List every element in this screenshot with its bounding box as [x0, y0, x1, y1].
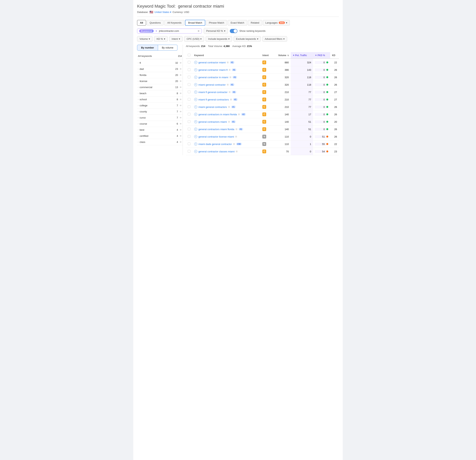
- add-keyword-button[interactable]: +: [194, 128, 197, 131]
- eye-icon[interactable]: 👁: [179, 110, 182, 113]
- row-checkbox-cell[interactable]: [186, 66, 192, 74]
- sidebar-item[interactable]: › class 4 👁: [137, 139, 183, 145]
- sidebar-item[interactable]: › best 4 👁: [137, 127, 183, 133]
- kd-filter[interactable]: KD % ▾: [154, 36, 168, 42]
- keyword-link[interactable]: miami general contractors: [198, 106, 227, 108]
- select-all-checkbox[interactable]: [188, 54, 190, 56]
- kd-dropdown[interactable]: Personal KD % ▾: [204, 28, 228, 34]
- advanced-filters[interactable]: Advanced filters ▾: [262, 36, 287, 42]
- row-checkbox-cell[interactable]: [186, 89, 192, 96]
- languages-dropdown[interactable]: Languages beta ▾: [263, 20, 290, 25]
- sidebar-item[interactable]: › county 7 👁: [137, 109, 183, 115]
- add-keyword-button[interactable]: +: [194, 68, 197, 71]
- eye-icon[interactable]: 👁: [179, 104, 182, 107]
- eye-icon[interactable]: 👁: [179, 123, 182, 125]
- row-checkbox[interactable]: [188, 113, 190, 115]
- add-keyword-button[interactable]: +: [194, 142, 197, 146]
- row-checkbox[interactable]: [188, 83, 190, 86]
- eye-icon[interactable]: 👁: [179, 98, 182, 101]
- sidebar-item[interactable]: › commercial 13 👁: [137, 84, 183, 90]
- keyword-link[interactable]: general contractors miami: [198, 120, 227, 123]
- eye-icon[interactable]: 👁: [179, 80, 182, 82]
- tab-related[interactable]: Related: [248, 20, 262, 25]
- row-checkbox[interactable]: [188, 128, 190, 130]
- row-checkbox[interactable]: [188, 68, 190, 71]
- row-checkbox[interactable]: [188, 135, 190, 138]
- row-checkbox-cell[interactable]: [186, 103, 192, 111]
- eye-icon[interactable]: 👁: [179, 92, 182, 95]
- keyword-link[interactable]: general contractor miami: [198, 61, 226, 64]
- sidebar-item[interactable]: › florida 20 👁: [137, 72, 183, 78]
- row-checkbox[interactable]: [188, 76, 190, 78]
- keyword-link[interactable]: miami fl general contractors: [198, 98, 229, 101]
- intent-filter[interactable]: Intent ▾: [169, 36, 183, 42]
- row-checkbox-cell[interactable]: [186, 111, 192, 118]
- add-keyword-button[interactable]: +: [194, 150, 197, 153]
- keyword-link[interactable]: miami dade general contractor: [198, 143, 232, 146]
- column-volume[interactable]: Volume ⇅: [273, 52, 290, 59]
- ai-search-input[interactable]: AI-powered ✦ ✕: [137, 29, 202, 33]
- keyword-link[interactable]: general contractor classes miami: [198, 150, 235, 153]
- eye-icon[interactable]: 👁: [179, 135, 182, 137]
- sidebar-item[interactable]: › dad 23 👁: [137, 66, 183, 72]
- sidebar-item[interactable]: › license 20 👁: [137, 78, 183, 84]
- row-checkbox[interactable]: [188, 120, 190, 123]
- cpc-filter[interactable]: CPC (USD) ▾: [184, 36, 204, 42]
- row-checkbox-cell[interactable]: [186, 133, 192, 140]
- keyword-link[interactable]: general contractors in miami florida: [198, 113, 237, 116]
- row-checkbox-cell[interactable]: [186, 96, 192, 103]
- eye-icon[interactable]: 👁: [179, 62, 182, 64]
- tab-all[interactable]: All: [137, 20, 146, 25]
- add-keyword-button[interactable]: +: [194, 135, 197, 138]
- eye-icon[interactable]: 👁: [179, 86, 182, 89]
- exclude-keywords-filter[interactable]: Exclude keywords ▾: [234, 36, 261, 42]
- eye-icon[interactable]: 👁: [179, 116, 182, 119]
- by-volume-button[interactable]: By volume: [158, 45, 178, 51]
- volume-filter[interactable]: Volume ▾: [137, 36, 153, 42]
- keyword-link[interactable]: general contractors miami florida: [198, 128, 234, 131]
- eye-icon[interactable]: 👁: [179, 68, 182, 70]
- row-checkbox[interactable]: [188, 142, 190, 145]
- keyword-link[interactable]: general contractor in miami: [198, 76, 228, 79]
- by-number-button[interactable]: By number: [137, 45, 158, 51]
- keyword-link[interactable]: miami fl general contractor: [198, 91, 228, 94]
- sidebar-item[interactable]: › school 8 👁: [137, 97, 183, 103]
- row-checkbox[interactable]: [188, 98, 190, 101]
- domain-input[interactable]: [159, 30, 196, 32]
- keyword-link[interactable]: general contractor license miami: [198, 135, 234, 138]
- sidebar-item[interactable]: › fl 32 👁: [137, 60, 183, 66]
- row-checkbox-cell[interactable]: [186, 140, 192, 148]
- add-keyword-button[interactable]: +: [194, 98, 197, 101]
- row-checkbox[interactable]: [188, 150, 190, 153]
- add-keyword-button[interactable]: +: [194, 113, 197, 116]
- eye-icon[interactable]: 👁: [179, 129, 182, 131]
- ranking-keywords-toggle[interactable]: [230, 29, 238, 33]
- sidebar-item[interactable]: › curso 7 👁: [137, 115, 183, 121]
- add-keyword-button[interactable]: +: [194, 76, 197, 79]
- add-keyword-button[interactable]: +: [194, 120, 197, 123]
- eye-icon[interactable]: 👁: [179, 141, 182, 143]
- row-checkbox-cell[interactable]: [186, 118, 192, 126]
- keyword-link[interactable]: general contractor miami fl: [198, 68, 228, 71]
- keyword-link[interactable]: miami general contractor: [198, 83, 226, 86]
- country-dropdown[interactable]: United States ▾: [154, 11, 171, 14]
- tab-all-keywords[interactable]: All Keywords: [164, 20, 184, 25]
- sidebar-item[interactable]: › college 7 👁: [137, 103, 183, 109]
- include-keywords-filter[interactable]: Include keywords ▾: [206, 36, 232, 42]
- row-checkbox-cell[interactable]: [186, 59, 192, 66]
- row-checkbox[interactable]: [188, 105, 190, 108]
- row-checkbox-cell[interactable]: [186, 126, 192, 133]
- tab-broad-match[interactable]: Broad Match: [185, 20, 205, 26]
- add-keyword-button[interactable]: +: [194, 105, 197, 108]
- add-keyword-button[interactable]: +: [194, 83, 197, 86]
- row-checkbox[interactable]: [188, 61, 190, 64]
- tab-exact-match[interactable]: Exact Match: [228, 20, 247, 25]
- sidebar-item[interactable]: › course 6 👁: [137, 121, 183, 127]
- add-keyword-button[interactable]: +: [194, 90, 197, 94]
- sidebar-item[interactable]: › certified 4 👁: [137, 133, 183, 139]
- tab-questions[interactable]: Questions: [147, 20, 164, 25]
- eye-icon[interactable]: 👁: [179, 74, 182, 76]
- row-checkbox-cell[interactable]: [186, 81, 192, 89]
- row-checkbox-cell[interactable]: [186, 74, 192, 81]
- sidebar-item[interactable]: › beach 8 👁: [137, 90, 183, 97]
